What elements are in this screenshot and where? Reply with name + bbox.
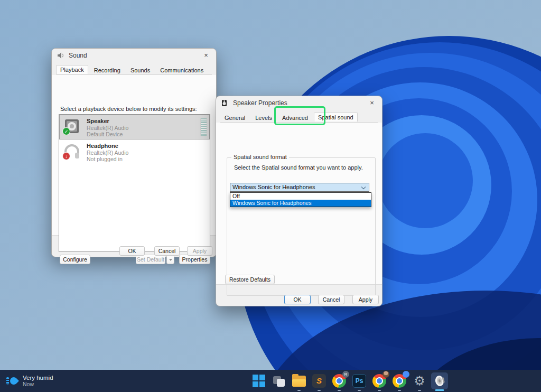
spatial-description: Select the Spatial sound format you want…	[234, 164, 363, 171]
weather-text: Very humid Now	[23, 375, 53, 387]
tab-playback[interactable]: Playback	[56, 65, 88, 74]
profile-badge: R	[342, 371, 349, 378]
window-title: Speaker Properties	[233, 99, 287, 107]
instruction-text: Select a playback device below to modify…	[60, 106, 197, 112]
device-name: Headphone	[87, 143, 118, 149]
sound-tabstrip: Playback Recording Sounds Communications	[56, 64, 212, 75]
playback-device-list: ✓ Speaker Realtek(R) Audio Default Devic…	[59, 114, 210, 252]
desktop: Sound × Playback Recording Sounds Commun…	[0, 0, 541, 392]
chrome-profile2-button[interactable]	[371, 372, 388, 389]
speaker-app-icon	[433, 374, 446, 388]
tab-advanced[interactable]: Advanced	[278, 113, 312, 122]
device-status: Default Device	[87, 131, 123, 137]
task-view-button[interactable]	[270, 372, 287, 389]
option-off[interactable]: Off	[230, 193, 371, 200]
folder-icon	[292, 376, 306, 387]
tab-levels[interactable]: Levels	[251, 113, 276, 122]
sound-window: Sound × Playback Recording Sounds Commun…	[51, 48, 217, 257]
spatial-format-listbox: Off Windows Sonic for Headphones	[230, 192, 371, 207]
close-icon[interactable]: ×	[367, 98, 377, 108]
sublime-text-icon: S	[312, 374, 326, 388]
apply-button[interactable]: Apply	[352, 295, 379, 304]
device-status: Not plugged in	[87, 156, 123, 162]
device-detail: Realtek(R) Audio	[87, 125, 128, 131]
gear-icon: ⚙	[414, 374, 425, 388]
ok-button[interactable]: OK	[284, 295, 311, 304]
humidity-droplet-icon	[8, 376, 19, 386]
spatial-sound-tab-page: Spatial sound format Select the Spatial …	[216, 123, 382, 285]
start-button[interactable]	[250, 372, 267, 389]
running-indicator	[338, 390, 341, 391]
device-row-speaker[interactable]: ✓ Speaker Realtek(R) Audio Default Devic…	[59, 115, 210, 139]
apply-button[interactable]: Apply	[187, 246, 212, 256]
chevron-down-icon	[361, 185, 366, 189]
weather-widget[interactable]: Very humid Now	[6, 370, 53, 392]
sound-titlebar[interactable]: Sound ×	[52, 49, 216, 62]
default-check-icon: ✓	[62, 127, 70, 135]
photoshop-button[interactable]: Ps	[351, 372, 368, 389]
photoshop-icon: Ps	[352, 374, 366, 388]
spatial-format-combobox[interactable]: Windows Sonic for Headphones	[230, 183, 369, 192]
settings-button[interactable]: ⚙	[411, 372, 428, 389]
properties-button[interactable]: Properties	[179, 255, 210, 264]
tab-spatial-sound[interactable]: Spatial sound	[314, 113, 358, 122]
cancel-button[interactable]: Cancel	[318, 295, 344, 304]
properties-tabstrip: General Levels Advanced Spatial sound	[220, 112, 378, 123]
combobox-value: Windows Sonic for Headphones	[232, 184, 315, 190]
close-icon[interactable]: ×	[201, 51, 211, 60]
playback-tab-page: Select a playback device below to modify…	[52, 75, 216, 236]
tab-general[interactable]: General	[220, 113, 249, 122]
groupbox-label: Spatial sound format	[231, 154, 289, 160]
taskbar-icons: S R Ps ⚙	[250, 370, 448, 392]
weather-condition: Very humid	[23, 375, 53, 381]
properties-titlebar[interactable]: Speaker Properties ×	[216, 96, 382, 110]
option-windows-sonic[interactable]: Windows Sonic for Headphones	[230, 200, 371, 207]
profile-badge	[403, 371, 409, 378]
task-view-icon	[273, 375, 285, 387]
unplugged-icon: ↓	[62, 152, 70, 160]
volume-meter	[200, 118, 207, 136]
file-explorer-button[interactable]	[291, 372, 307, 389]
restore-defaults-button[interactable]: Restore Defaults	[225, 275, 275, 284]
taskbar: Very humid Now S R	[0, 370, 541, 392]
running-indicator	[358, 390, 361, 391]
configure-button[interactable]: Configure	[60, 255, 90, 264]
device-detail: Realtek(R) Audio	[87, 150, 128, 156]
window-title: Sound	[69, 52, 87, 59]
sound-app-button[interactable]	[431, 372, 448, 389]
speaker-properties-window: Speaker Properties × General Levels Adva…	[216, 96, 383, 306]
avatar-badge	[383, 371, 389, 378]
set-default-dropdown-button[interactable]	[166, 255, 174, 264]
thermometer-icon	[6, 377, 9, 385]
windows-logo-icon	[253, 375, 265, 387]
tab-communications[interactable]: Communications	[156, 65, 208, 74]
chrome-profile1-button[interactable]: R	[331, 372, 348, 389]
cancel-button[interactable]: Cancel	[154, 246, 180, 256]
device-name: Speaker	[87, 118, 109, 124]
ok-button[interactable]: OK	[119, 246, 145, 256]
sublime-text-button[interactable]: S	[311, 372, 328, 389]
tab-recording[interactable]: Recording	[90, 65, 125, 74]
tab-sounds[interactable]: Sounds	[126, 65, 154, 74]
chrome-profile3-button[interactable]	[391, 372, 408, 389]
speaker-icon	[221, 99, 229, 107]
running-indicator	[398, 390, 401, 391]
running-indicator	[297, 390, 301, 391]
active-indicator	[435, 389, 444, 391]
weather-time: Now	[23, 381, 53, 387]
running-indicator	[378, 390, 381, 391]
dropdown-arrow-icon	[169, 259, 172, 261]
running-indicator	[318, 390, 321, 391]
device-row-headphone[interactable]: ↓ Headphone Realtek(R) Audio Not plugged…	[59, 139, 210, 164]
set-default-button[interactable]: Set Default	[136, 255, 165, 264]
speaker-icon	[57, 52, 64, 59]
running-indicator	[418, 390, 421, 391]
